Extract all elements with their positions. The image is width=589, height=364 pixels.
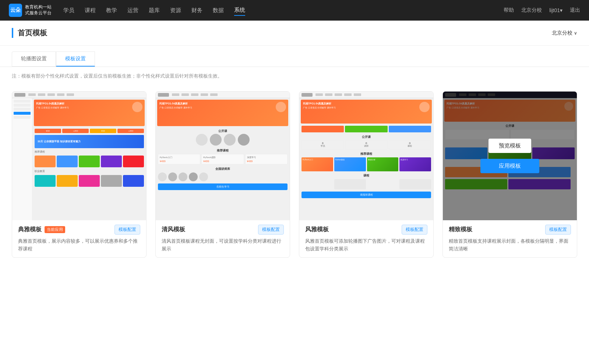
- nav-item-courses[interactable]: 课程: [85, 6, 96, 15]
- nav-item-resources[interactable]: 资源: [170, 6, 181, 15]
- btn-apply-refined[interactable]: 应用模板: [480, 159, 539, 173]
- logo: 云朵 教育机构一站 式服务云平台: [9, 4, 52, 17]
- template-preview-fresh: 托福TPO1-54真题及解析 广告 口语变态 分词辅导 课外学习 公开课 推荐课…: [156, 92, 290, 220]
- template-preview-elegant: 托福TPO1-54真题及解析 广告 口语变态 分词辅导 课外学习 公开课 0 学…: [299, 92, 433, 220]
- nav-user[interactable]: lijt01▾: [549, 7, 562, 13]
- btn-config-classic[interactable]: 模板配置: [114, 225, 140, 235]
- chevron-down-icon: ∨: [574, 31, 577, 36]
- tab-bar: 轮播图设置 模板设置: [0, 46, 589, 67]
- badge-current-classic: 当前应用: [45, 226, 65, 233]
- template-name-refined: 精致模板: [449, 226, 472, 233]
- template-preview-classic: 托福TPO1-54真题及解析 广告 口语变态 分词辅导 课外学习 ¥30 +20…: [12, 92, 146, 220]
- logo-icon: 云朵: [9, 4, 22, 17]
- nav-item-finance[interactable]: 财务: [191, 6, 202, 15]
- note-text: 注：模板有部分个性化样式设置，设置后仅当前模板生效；非个性化样式设置后针对所有模…: [0, 67, 589, 85]
- template-footer-elegant: 风雅模板 模板配置 风雅首页模板可添加轮播图下广告图片，可对课程及课程包设置学科…: [299, 220, 433, 257]
- tab-template[interactable]: 模板设置: [56, 51, 95, 67]
- template-desc-elegant: 风雅首页模板可添加轮播图下广告图片，可对课程及课程包设置学科分类展示: [305, 238, 427, 253]
- nav-item-system[interactable]: 系统: [234, 5, 245, 16]
- btn-preview-refined[interactable]: 预览模板: [489, 139, 531, 153]
- nav-item-data[interactable]: 数据: [213, 6, 224, 15]
- page-header: 首页模板 北京分校 ∨: [0, 21, 589, 46]
- template-desc-refined: 精致首页模板支持课程展示封面，各模板分隔明显，界面简洁清晰: [449, 238, 571, 253]
- template-footer-refined: 精致模板 模板配置 精致首页模板支持课程展示封面，各模板分隔明显，界面简洁清晰: [443, 220, 577, 257]
- nav-logout[interactable]: 退出: [570, 7, 580, 14]
- template-desc-classic: 典雅首页模板，展示内容较多，可以展示优惠券和多个推荐课程: [18, 238, 140, 253]
- school-selector[interactable]: 北京分校 ∨: [552, 30, 577, 36]
- templates-grid: 托福TPO1-54真题及解析 广告 口语变态 分词辅导 课外学习 ¥30 +20…: [0, 85, 589, 270]
- template-name-elegant: 风雅模板: [305, 226, 329, 233]
- template-footer-classic: 典雅模板 当前应用 模板配置 典雅首页模板，展示内容较多，可以展示优惠券和多个推…: [12, 220, 146, 257]
- nav-item-operations[interactable]: 运营: [127, 6, 138, 15]
- btn-config-refined[interactable]: 模板配置: [545, 225, 571, 235]
- template-name-classic: 典雅模板: [18, 226, 42, 233]
- nav-left: 云朵 教育机构一站 式服务云平台 学员 课程 教学 运营 题库 资源 财务 数据…: [9, 4, 245, 17]
- template-card-classic: 托福TPO1-54真题及解析 广告 口语变态 分词辅导 课外学习 ¥30 +20…: [12, 91, 147, 258]
- template-desc-fresh: 清风首页模板课程无封面，可设置按学科分类对课程进行展示: [162, 238, 284, 253]
- template-name-fresh: 清风模板: [162, 226, 185, 233]
- nav-item-teaching[interactable]: 教学: [106, 6, 117, 15]
- template-card-fresh: 托福TPO1-54真题及解析 广告 口语变态 分词辅导 课外学习 公开课 推荐课…: [155, 91, 290, 258]
- nav-right: 帮助 北京分校 lijt01▾ 退出: [504, 7, 580, 14]
- template-card-elegant: 托福TPO1-54真题及解析 广告 口语变态 分词辅导 课外学习 公开课 0 学…: [299, 91, 434, 258]
- template-card-refined: 托福TPO1-54真题及解析 广告 口语变态 分词辅导 课外学习 公开课 推荐课…: [442, 91, 577, 258]
- template-footer-fresh: 清风模板 模板配置 清风首页模板课程无封面，可设置按学科分类对课程进行展示: [156, 220, 290, 257]
- main-nav: 云朵 教育机构一站 式服务云平台 学员 课程 教学 运营 题库 资源 财务 数据…: [0, 0, 589, 21]
- template-overlay-refined: 预览模板 应用模板: [443, 92, 577, 220]
- template-preview-refined: 托福TPO1-54真题及解析 广告 口语变态 分词辅导 课外学习 公开课 推荐课…: [443, 92, 577, 220]
- page-content: 首页模板 北京分校 ∨ 轮播图设置 模板设置 注：模板有部分个性化样式设置，设置…: [0, 21, 589, 364]
- page-title: 首页模板: [12, 28, 47, 38]
- nav-item-students[interactable]: 学员: [63, 6, 74, 15]
- tab-carousel[interactable]: 轮播图设置: [12, 51, 56, 67]
- nav-menu: 学员 课程 教学 运营 题库 资源 财务 数据 系统: [63, 5, 245, 16]
- nav-help[interactable]: 帮助: [504, 7, 514, 14]
- nav-school[interactable]: 北京分校: [521, 7, 542, 14]
- btn-config-elegant[interactable]: 模板配置: [402, 225, 427, 235]
- nav-item-questions[interactable]: 题库: [149, 6, 160, 15]
- btn-config-fresh[interactable]: 模板配置: [258, 225, 284, 235]
- logo-text: 教育机构一站 式服务云平台: [25, 4, 52, 16]
